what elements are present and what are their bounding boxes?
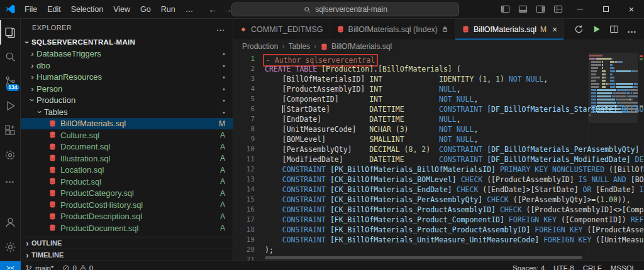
toggle-panel-icon[interactable] bbox=[518, 4, 528, 14]
tree-file-billofmaterials-sql[interactable]: BillOfMaterials.sqlM bbox=[21, 118, 233, 130]
ai-extension-icon[interactable] bbox=[0, 143, 21, 167]
run-play-icon[interactable] bbox=[592, 24, 601, 34]
code-text: [PerAssemblyQty] DECIMAL (8, 2) CONSTRAI… bbox=[265, 144, 644, 154]
sidebar-sections: ›OUTLINE›TIMELINE bbox=[21, 237, 233, 261]
tree-file-product-sql[interactable]: Product.sqlA bbox=[21, 176, 233, 188]
code-line: 7 [EndDate] DATETIME NULL, bbox=[233, 114, 644, 124]
menu-selection[interactable]: Selection bbox=[66, 3, 108, 16]
section-outline[interactable]: ›OUTLINE bbox=[21, 237, 233, 249]
tree-folder-humanresources[interactable]: ›HumanResources● bbox=[21, 72, 233, 84]
section-timeline[interactable]: ›TIMELINE bbox=[21, 249, 233, 261]
additional-views-icon[interactable]: … bbox=[0, 167, 21, 192]
code-line: 8 [UnitMeasureCode] NCHAR (3) NOT NULL, bbox=[233, 124, 644, 134]
minimize-button[interactable] bbox=[571, 0, 589, 19]
tree-file-culture-sql[interactable]: Culture.sqlA bbox=[21, 129, 233, 141]
menu-go[interactable]: Go bbox=[135, 3, 156, 16]
tree-file-productdescription-sql[interactable]: ProductDescription.sqlA bbox=[21, 211, 233, 223]
tab-label: BillOfMaterials.sql (Index) bbox=[348, 25, 438, 34]
tab-commit-editmsg[interactable]: COMMIT_EDITMSG bbox=[233, 19, 330, 40]
run-query-sync-icon[interactable] bbox=[574, 24, 584, 34]
search-view-icon[interactable] bbox=[0, 45, 21, 69]
remote-indicator[interactable]: >< bbox=[0, 261, 21, 270]
breadcrumb-item-tables[interactable]: Tables bbox=[288, 42, 310, 51]
title-bar: FileEditSelectionViewGoRun… ← → sqlserve… bbox=[0, 0, 644, 19]
overview-ruler bbox=[638, 53, 644, 261]
problems-item[interactable]: 0 0 bbox=[58, 261, 97, 270]
code-text: [EndDate] DATETIME NULL, bbox=[265, 114, 461, 124]
code-editor[interactable]: 1- Author sqlservercentral2CREATE TABLE … bbox=[233, 53, 644, 261]
git-branch-item[interactable]: main* bbox=[21, 261, 58, 270]
git-file-icon bbox=[240, 26, 247, 33]
tree-file-productcategory-sql[interactable]: ProductCategory.sqlA bbox=[21, 188, 233, 200]
git-status-badge: A bbox=[220, 166, 233, 175]
tree-folder-person[interactable]: ›Person● bbox=[21, 83, 233, 95]
breadcrumb-item-billofmaterials-sql[interactable]: BillOfMaterials.sql bbox=[331, 42, 392, 51]
tree-file-document-sql[interactable]: Document.sqlA bbox=[21, 141, 233, 153]
database-file-icon bbox=[48, 200, 57, 209]
item-label: ProductDocument.sql bbox=[60, 224, 138, 233]
horizontal-scrollbar[interactable] bbox=[265, 256, 582, 259]
run-debug-icon[interactable] bbox=[0, 94, 21, 118]
command-center-search[interactable]: sqlservercentral-main bbox=[231, 3, 459, 16]
tree-file-illustration-sql[interactable]: Illustration.sqlA bbox=[21, 153, 233, 165]
split-editor-icon[interactable] bbox=[609, 24, 619, 34]
breadcrumb: Production›Tables›BillOfMaterials.sql bbox=[233, 40, 644, 53]
account-icon[interactable] bbox=[0, 210, 21, 235]
menu-file[interactable]: File bbox=[19, 3, 42, 16]
toggle-sidebar-icon[interactable] bbox=[501, 4, 510, 14]
tree-file-location-sql[interactable]: Location.sqlA bbox=[21, 165, 233, 176]
customize-layout-icon[interactable] bbox=[553, 4, 563, 14]
close-button[interactable]: × bbox=[623, 0, 640, 19]
git-status-badge: A bbox=[220, 143, 233, 151]
breadcrumb-item-production[interactable]: Production bbox=[242, 42, 278, 51]
menu-view[interactable]: View bbox=[108, 3, 135, 16]
nav-arrows: ← → bbox=[208, 4, 232, 14]
status-bar-right: Spaces: 4UTF-8CRLFMSSQL bbox=[508, 264, 644, 270]
source-control-icon[interactable]: 134 bbox=[0, 69, 21, 94]
tree-folder-databasetriggers[interactable]: ›DatabaseTriggers● bbox=[21, 48, 233, 60]
toggle-secondary-sidebar-icon[interactable] bbox=[536, 4, 545, 14]
status-mssql[interactable]: MSSQL bbox=[606, 264, 640, 270]
line-number: 2 bbox=[233, 64, 265, 74]
titlebar-controls: × bbox=[501, 0, 644, 19]
tree-folder-tables[interactable]: ›Tables● bbox=[21, 106, 233, 118]
tree-file-productcosthistory-sql[interactable]: ProductCostHistory.sqlA bbox=[21, 199, 233, 211]
status-spaces-4[interactable]: Spaces: 4 bbox=[508, 264, 549, 270]
git-status-badge: A bbox=[220, 131, 233, 139]
close-tab-icon[interactable]: × bbox=[552, 24, 557, 35]
tab-billofmaterials-sql[interactable]: BillOfMaterials.sqlM× bbox=[455, 19, 564, 40]
menu-edit[interactable]: Edit bbox=[42, 3, 66, 16]
nav-back-icon[interactable]: ← bbox=[208, 4, 217, 14]
menu-run[interactable]: Run bbox=[156, 3, 180, 16]
ruler-mark bbox=[640, 105, 643, 107]
settings-gear-icon[interactable] bbox=[0, 235, 21, 259]
tree-folder-production[interactable]: ›Production● bbox=[21, 95, 233, 107]
explorer-more-actions-icon[interactable]: … bbox=[216, 23, 225, 33]
lock-icon bbox=[441, 26, 448, 33]
code-text: CONSTRAINT [CK_BillOfMaterials_EndDate] … bbox=[265, 185, 644, 195]
code-line: 12 CONSTRAINT [PK_BillOfMaterials_BillOf… bbox=[233, 165, 644, 175]
editor-group: COMMIT_EDITMSGBillOfMaterials.sql (Index… bbox=[233, 19, 644, 261]
database-file-icon bbox=[48, 212, 57, 221]
tree-root-folder[interactable]: › SQLSERVERCENTRAL-MAIN bbox=[21, 36, 233, 48]
tree-folder-dbo[interactable]: ›dbo● bbox=[21, 60, 233, 72]
tree-file-productdocument-sql[interactable]: ProductDocument.sqlA bbox=[21, 222, 233, 234]
code-text: - Author sqlservercentral bbox=[265, 54, 378, 64]
database-icon bbox=[462, 25, 470, 33]
explorer-icon[interactable] bbox=[0, 20, 21, 45]
vscode-window: FileEditSelectionViewGoRun… ← → sqlserve… bbox=[0, 0, 644, 270]
more-actions-icon[interactable]: … bbox=[627, 24, 636, 35]
status-crlf[interactable]: CRLF bbox=[579, 264, 606, 270]
code-line: 6 [StartDate] DATETIME CONSTRAINT [DF_Bi… bbox=[233, 104, 644, 114]
code-line: 9 [BOMLevel] SMALLINT NOT NULL, bbox=[233, 134, 644, 144]
git-status-badge: A bbox=[220, 189, 233, 198]
database-file-icon bbox=[48, 131, 57, 139]
extensions-icon[interactable] bbox=[0, 118, 21, 143]
breadcrumb-separator: › bbox=[314, 42, 316, 51]
menu-more[interactable]: … bbox=[180, 3, 199, 16]
maximize-button[interactable] bbox=[597, 0, 614, 19]
code-text: [BOMLevel] SMALLINT NOT NULL, bbox=[265, 134, 478, 144]
minimap[interactable] bbox=[589, 53, 638, 261]
tab-billofmaterials-sql-index[interactable]: BillOfMaterials.sql (Index) bbox=[330, 19, 455, 40]
status-utf-8[interactable]: UTF-8 bbox=[549, 264, 579, 270]
